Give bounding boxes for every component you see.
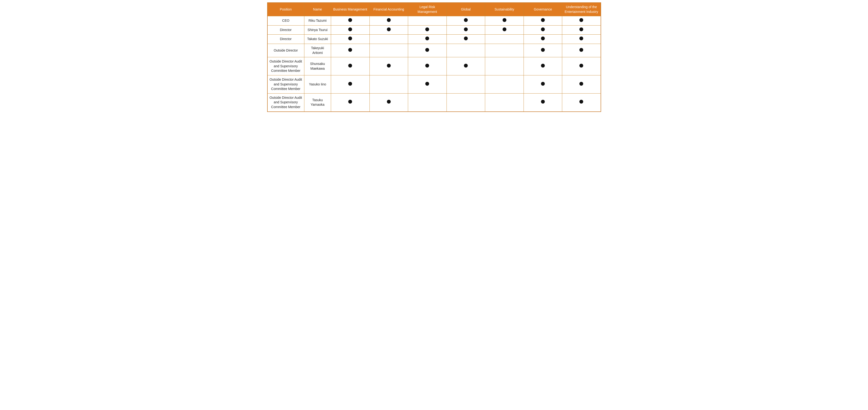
cell-governance-1 xyxy=(524,25,562,35)
skill-dot xyxy=(579,36,583,40)
cell-governance-4 xyxy=(524,57,562,76)
skill-dot xyxy=(579,27,583,31)
skill-dot xyxy=(387,18,391,22)
header-global: Global xyxy=(446,3,485,16)
cell-sustainability-1 xyxy=(485,25,524,35)
skill-dot xyxy=(541,100,545,104)
skill-dot xyxy=(348,82,352,86)
cell-legal_risk-4 xyxy=(408,57,447,76)
cell-global-0 xyxy=(446,16,485,26)
cell-entertainment-2 xyxy=(562,35,601,44)
cell-business_management-6 xyxy=(331,93,370,112)
header-governance: Governance xyxy=(524,3,562,16)
skill-dot xyxy=(348,27,352,31)
cell-global-4 xyxy=(446,57,485,76)
cell-position-1: Director xyxy=(268,25,304,35)
header-name: Name xyxy=(304,3,331,16)
cell-position-5: Outside Director Audit and Supervisory C… xyxy=(268,75,304,93)
header-sustainability: Sustainability xyxy=(485,3,524,16)
cell-position-2: Director xyxy=(268,35,304,44)
skill-dot xyxy=(579,64,583,67)
skill-dot xyxy=(348,18,352,22)
header-entertainment: Understanding of the Entertainment Indus… xyxy=(562,3,601,16)
cell-legal_risk-3 xyxy=(408,44,447,57)
cell-business_management-2 xyxy=(331,35,370,44)
cell-name-2: Takato Suzuki xyxy=(304,35,331,44)
table-row: Outside Director Audit and Supervisory C… xyxy=(268,75,601,93)
cell-entertainment-6 xyxy=(562,93,601,112)
cell-governance-0 xyxy=(524,16,562,26)
cell-business_management-1 xyxy=(331,25,370,35)
cell-name-3: Takeyuki Aritomi xyxy=(304,44,331,57)
skill-dot xyxy=(464,64,468,67)
cell-business_management-0 xyxy=(331,16,370,26)
header-legal_risk: Legal Risk Management xyxy=(408,3,447,16)
cell-sustainability-3 xyxy=(485,44,524,57)
cell-financial_accounting-6 xyxy=(370,93,408,112)
cell-governance-2 xyxy=(524,35,562,44)
skill-dot xyxy=(425,27,429,31)
cell-legal_risk-6 xyxy=(408,93,447,112)
cell-legal_risk-0 xyxy=(408,16,447,26)
table-row: CEORiku Tazumi xyxy=(268,16,601,26)
cell-business_management-5 xyxy=(331,75,370,93)
skill-dot xyxy=(464,18,468,22)
cell-global-5 xyxy=(446,75,485,93)
cell-entertainment-3 xyxy=(562,44,601,57)
skill-dot xyxy=(503,18,506,22)
cell-business_management-4 xyxy=(331,57,370,76)
skill-dot xyxy=(425,36,429,40)
header-financial_accounting: Financial Accounting xyxy=(370,3,408,16)
cell-position-6: Outside Director Audit and Supervisory C… xyxy=(268,93,304,112)
skill-dot xyxy=(348,36,352,40)
skill-dot xyxy=(579,82,583,86)
cell-legal_risk-2 xyxy=(408,35,447,44)
cell-name-6: Tasuku Yamaoka xyxy=(304,93,331,112)
cell-sustainability-2 xyxy=(485,35,524,44)
cell-governance-5 xyxy=(524,75,562,93)
cell-sustainability-5 xyxy=(485,75,524,93)
cell-entertainment-5 xyxy=(562,75,601,93)
table-row: DirectorShinya Tsurui xyxy=(268,25,601,35)
header-business_management: Business Management xyxy=(331,3,370,16)
skill-dot xyxy=(541,64,545,67)
skill-dot xyxy=(503,27,506,31)
skill-dot xyxy=(579,100,583,104)
skill-dot xyxy=(348,64,352,67)
cell-financial_accounting-1 xyxy=(370,25,408,35)
skill-dot xyxy=(579,48,583,52)
cell-name-1: Shinya Tsurui xyxy=(304,25,331,35)
cell-sustainability-4 xyxy=(485,57,524,76)
cell-entertainment-0 xyxy=(562,16,601,26)
skill-dot xyxy=(425,82,429,86)
skill-dot xyxy=(464,36,468,40)
table-row: DirectorTakato Suzuki xyxy=(268,35,601,44)
cell-financial_accounting-4 xyxy=(370,57,408,76)
table-row: Outside Director Audit and Supervisory C… xyxy=(268,93,601,112)
cell-position-4: Outside Director Audit and Supervisory C… xyxy=(268,57,304,76)
cell-financial_accounting-2 xyxy=(370,35,408,44)
cell-global-6 xyxy=(446,93,485,112)
cell-global-1 xyxy=(446,25,485,35)
skill-dot xyxy=(425,48,429,52)
skill-dot xyxy=(464,27,468,31)
cell-financial_accounting-0 xyxy=(370,16,408,26)
skill-dot xyxy=(348,48,352,52)
skill-dot xyxy=(579,18,583,22)
cell-position-3: Outside Director xyxy=(268,44,304,57)
skill-dot xyxy=(541,82,545,86)
cell-entertainment-4 xyxy=(562,57,601,76)
header-position: Position xyxy=(268,3,304,16)
cell-entertainment-1 xyxy=(562,25,601,35)
cell-legal_risk-1 xyxy=(408,25,447,35)
cell-position-0: CEO xyxy=(268,16,304,26)
cell-financial_accounting-5 xyxy=(370,75,408,93)
table-row: Outside Director Audit and Supervisory C… xyxy=(268,57,601,76)
skill-dot xyxy=(541,18,545,22)
skill-dot xyxy=(425,64,429,67)
cell-business_management-3 xyxy=(331,44,370,57)
skill-dot xyxy=(348,100,352,104)
cell-name-5: Yasuko Iino xyxy=(304,75,331,93)
cell-legal_risk-5 xyxy=(408,75,447,93)
skill-dot xyxy=(541,27,545,31)
